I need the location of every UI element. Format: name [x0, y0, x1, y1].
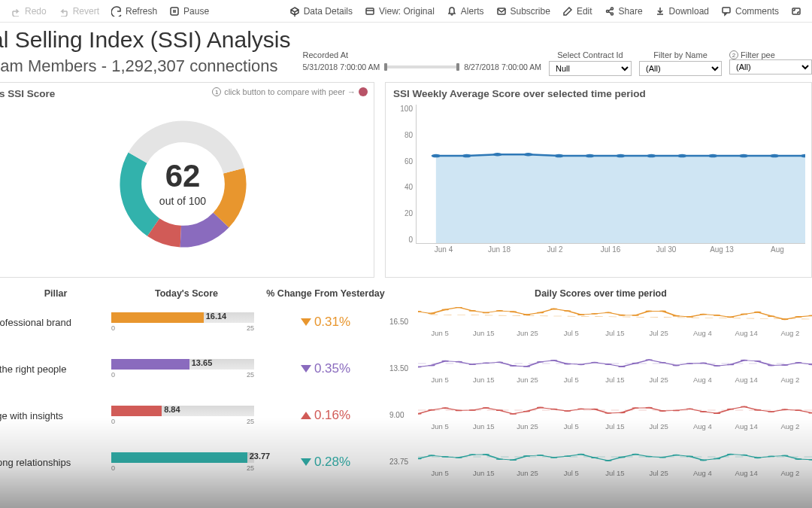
- weekly-title: SSI Weekly Average Score over selected t…: [386, 83, 811, 105]
- spark-point: [510, 365, 517, 367]
- spark-point: [673, 455, 680, 456]
- spark-x-tick: Jun 15: [462, 469, 505, 477]
- spark-point: [428, 455, 435, 456]
- spark-point: [591, 362, 598, 364]
- y-tick: 60: [390, 157, 413, 166]
- spark-point: [455, 361, 462, 363]
- comments-button[interactable]: Comments: [715, 1, 785, 22]
- download-button[interactable]: Download: [649, 1, 715, 22]
- spark-point: [577, 314, 584, 315]
- spark-point: [768, 411, 774, 412]
- toolbar-label: Share: [619, 6, 643, 17]
- spark-point: [781, 409, 788, 410]
- contract-label: Select Contract Id: [549, 50, 632, 59]
- spark-point: [591, 313, 598, 315]
- spark-point: [537, 361, 544, 363]
- spark-point: [564, 455, 571, 457]
- bar-track: 8.84: [111, 406, 254, 416]
- spark-x-tick: Aug 14: [725, 376, 768, 384]
- spark-point: [455, 409, 462, 411]
- change-value: 0.31%: [314, 315, 350, 330]
- edit-button[interactable]: Edit: [556, 1, 598, 22]
- data-details-button[interactable]: Data Details: [283, 1, 359, 22]
- area-point: [554, 154, 563, 157]
- subscribe-button[interactable]: Subscribe: [490, 1, 556, 22]
- spark-point: [537, 312, 544, 314]
- bar-min: 0: [111, 371, 115, 379]
- spark-point: [577, 364, 584, 365]
- recorded-from: 5/31/2018 7:00:00 AM: [303, 62, 380, 71]
- bar-max: 25: [247, 418, 254, 425]
- page-subtitle: eam Members - 1,292,307 connections: [0, 56, 291, 76]
- sparkline-chart: [418, 447, 812, 467]
- spark-point: [686, 408, 693, 409]
- spark-x-tick: Jun 25: [505, 376, 549, 384]
- pillar-name: age with insights: [0, 410, 111, 421]
- area-point: [432, 154, 441, 157]
- spark-point: [510, 459, 517, 461]
- spark-point: [428, 365, 435, 367]
- spark-y-label: 16.50: [389, 318, 408, 326]
- spark-point: [564, 410, 571, 412]
- spark-point: [714, 458, 720, 460]
- data-icon: [289, 6, 300, 17]
- spark-point: [714, 365, 720, 367]
- full-icon: [791, 6, 801, 17]
- bar-track: 16.14: [111, 312, 254, 323]
- fullscreen-button[interactable]: [785, 1, 807, 22]
- contract-select[interactable]: Null: [549, 61, 632, 76]
- spark-point: [741, 455, 747, 456]
- alerts-icon: [447, 6, 457, 17]
- x-tick: Aug 13: [694, 245, 750, 259]
- spark-point: [645, 456, 652, 458]
- spark-y-label: 23.75: [389, 458, 408, 466]
- pause-button[interactable]: Pause: [163, 1, 215, 22]
- alerts-button[interactable]: Alerts: [441, 1, 490, 22]
- ssi-score-panel: s SSI Score 1 click button to compare wi…: [0, 82, 374, 278]
- spark-point: [700, 411, 707, 412]
- filter-name-select[interactable]: (All): [639, 61, 722, 76]
- time-range-slider[interactable]: [384, 65, 459, 68]
- pillar-daily-cell: 16.50Jun 5Jun 15Jun 25Jul 5Jul 15Jul 25A…: [389, 307, 812, 337]
- spark-point: [591, 457, 598, 458]
- filter-peer-badge: 2: [729, 50, 738, 59]
- toolbar-label: Refresh: [126, 6, 157, 17]
- x-tick: Jul 30: [638, 245, 694, 259]
- spark-point: [577, 409, 584, 410]
- pillar-score-cell: 13.65025: [111, 359, 262, 379]
- spark-point: [754, 409, 761, 411]
- spark-point: [591, 409, 598, 410]
- refresh-button[interactable]: Refresh: [105, 1, 163, 22]
- sparkline-chart: [418, 400, 812, 420]
- weekly-average-panel: SSI Weekly Average Score over selected t…: [385, 82, 812, 278]
- view-icon: [365, 6, 375, 17]
- spark-point: [741, 314, 747, 315]
- spark-point: [673, 315, 680, 317]
- y-tick: 40: [390, 183, 413, 191]
- spark-x-tick: Jul 25: [637, 329, 680, 337]
- sparkline-chart: [418, 307, 812, 327]
- pillar-table: Pillar Today's Score % Change From Yeste…: [0, 288, 812, 485]
- spark-point: [686, 316, 693, 318]
- ssi-hint-text: click button to compare with peer →: [224, 87, 356, 96]
- spark-point: [455, 457, 462, 458]
- view-button[interactable]: View: Original: [359, 1, 441, 22]
- pillar-change: 0.35%: [262, 361, 389, 376]
- toolbar-label: Data Details: [304, 6, 353, 17]
- spark-x-tick: Aug 2: [768, 329, 812, 337]
- col-daily-header: Daily Scores over time period: [389, 288, 812, 299]
- share-button[interactable]: Share: [598, 1, 649, 22]
- compare-peer-button[interactable]: [359, 87, 368, 96]
- spark-point: [496, 310, 503, 312]
- spark-x-tick: Jun 5: [418, 469, 462, 477]
- svg-rect-6: [723, 8, 730, 13]
- recorded-at-filter: Recorded At 5/31/2018 7:00:00 AM 8/27/20…: [303, 50, 542, 71]
- area-point: [523, 153, 532, 156]
- spark-point: [537, 455, 544, 456]
- spark-point: [754, 457, 761, 458]
- triangle-down-icon: [301, 365, 311, 373]
- spark-point: [483, 407, 489, 409]
- spark-point: [618, 457, 625, 458]
- filter-peer-select[interactable]: (All): [729, 59, 812, 75]
- spark-x-tick: Aug 14: [725, 469, 768, 477]
